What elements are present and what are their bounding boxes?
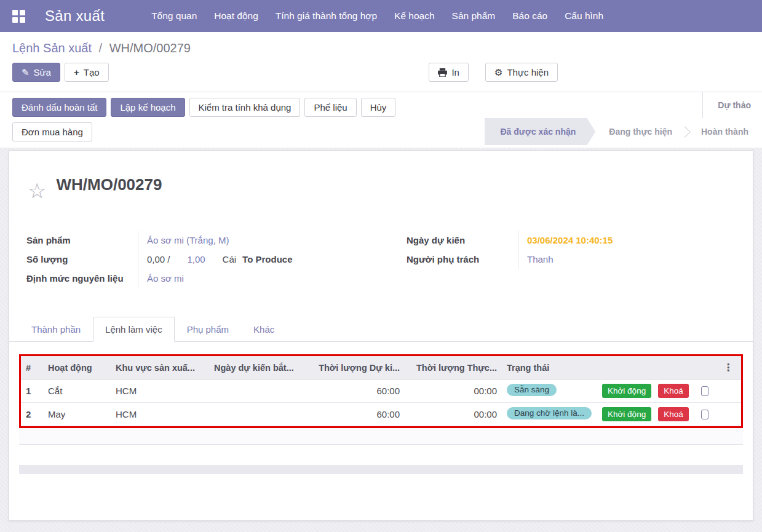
scrap-button[interactable]: Phế liệu (304, 98, 356, 117)
block-button[interactable]: Khoá (658, 407, 689, 421)
form-sheet: ☆ WH/MO/00279 Sản phẩm Áo sơ mi (Trắng, … (9, 150, 753, 521)
product-label: Sản phẩm (26, 231, 138, 250)
tablet-view-icon[interactable] (701, 410, 708, 419)
quantity-value: 0,00/1,00CáiTo Produce (138, 250, 376, 269)
record-title: WH/MO/00279 (56, 175, 162, 194)
row-expected-duration: 60:00 (308, 379, 405, 403)
field-quantity: Số lượng 0,00/1,00CáiTo Produce (26, 250, 376, 269)
field-groups: Sản phẩm Áo sơ mi (Trắng, M) Số lượng 0,… (9, 231, 753, 288)
pencil-icon: ✎ (22, 68, 30, 77)
quantity-to-produce-label: To Produce (242, 254, 292, 264)
printer-icon (438, 68, 447, 77)
control-panel-buttons: ✎ Sửa + Tạo In ⚙ Thực hiện (12, 63, 750, 82)
state-done[interactable]: Hoàn thành (688, 127, 762, 137)
action-menu-button[interactable]: ⚙ Thực hiện (485, 63, 558, 82)
row-real-duration: 00:00 (405, 379, 502, 403)
quantity-label: Số lượng (26, 250, 138, 269)
nav-item-configuration[interactable]: Cấu hình (556, 0, 612, 32)
status-badge: Đang chờ lệnh là... (507, 407, 592, 419)
state-in-progress[interactable]: Đang thực hiện (595, 127, 686, 137)
row-scheduled-start (209, 379, 308, 403)
col-header-operation: Hoạt động (43, 356, 111, 379)
nav-item-costing[interactable]: Tính giá thành tổng hợp (267, 0, 386, 32)
row-scheduled-start (209, 403, 308, 426)
top-navbar: Sản xuất Tổng quan Hoạt động Tính giá th… (0, 0, 762, 32)
bom-label: Định mức nguyên liệu (26, 269, 138, 288)
field-responsible: Người phụ trách Thanh (407, 250, 736, 269)
tab-byproducts[interactable]: Phụ phẩm (175, 317, 241, 342)
purchase-order-button[interactable]: Đơn mua hàng (12, 122, 92, 141)
tab-components[interactable]: Thành phần (19, 317, 93, 342)
cancel-button[interactable]: Hủy (361, 98, 396, 117)
create-button[interactable]: + Tạo (65, 63, 109, 82)
col-header-scheduled-start: Ngày dự kiến bắt... (209, 356, 308, 379)
product-value-link[interactable]: Áo sơ mi (Trắng, M) (147, 235, 229, 245)
col-header-index: # (21, 356, 43, 379)
mark-done-button[interactable]: Đánh dấu hoàn tất (12, 98, 106, 117)
row-operation: May (43, 403, 111, 426)
status-badge: Sẵn sàng (507, 384, 557, 396)
breadcrumb: Lệnh Sản xuất / WH/MO/00279 (12, 41, 750, 55)
star-icon[interactable]: ☆ (28, 180, 46, 201)
workorder-row[interactable]: 1 Cắt HCM 60:00 00:00 Sẵn sàng Khởi động… (21, 379, 741, 403)
table-header-row: # Hoạt động Khu vực sản xuấ... Ngày dự k… (21, 356, 741, 379)
block-button[interactable]: Khoá (658, 384, 689, 398)
workorder-row[interactable]: 2 May HCM 60:00 00:00 Đang chờ lệnh là..… (21, 403, 741, 426)
app-brand[interactable]: Sản xuất (45, 7, 105, 25)
tab-misc[interactable]: Khác (241, 317, 287, 342)
field-bom: Định mức nguyên liệu Áo sơ mi (26, 269, 376, 288)
row-operation: Cắt (43, 379, 111, 403)
nav-item-reporting[interactable]: Báo cáo (504, 0, 556, 32)
start-button[interactable]: Khởi động (602, 407, 651, 421)
field-scheduled-date: Ngày dự kiến 03/06/2024 10:40:15 (407, 231, 736, 250)
col-header-workcenter: Khu vực sản xuấ... (111, 356, 209, 379)
state-draft[interactable]: Dự thảo (702, 92, 762, 118)
edit-button[interactable]: ✎ Sửa (12, 63, 60, 82)
row-index: 2 (21, 403, 43, 426)
responsible-value-link[interactable]: Thanh (527, 254, 554, 264)
breadcrumb-parent-link[interactable]: Lệnh Sản xuất (12, 41, 92, 55)
state-confirmed[interactable]: Đã được xác nhận (485, 118, 596, 145)
statusbar: Đánh dấu hoàn tất Lập kế hoạch Kiểm tra … (0, 92, 762, 148)
row-real-duration: 00:00 (405, 403, 502, 426)
tablet-view-icon[interactable] (701, 386, 708, 396)
breadcrumb-current: WH/MO/00279 (109, 41, 191, 55)
plus-icon: + (74, 68, 79, 77)
tab-work-orders[interactable]: Lệnh làm việc (93, 317, 175, 342)
print-button[interactable]: In (429, 63, 469, 82)
statusbar-states: Đã được xác nhận Đang thực hiện Hoàn thà… (485, 118, 762, 145)
nav-item-products[interactable]: Sản phẩm (443, 0, 504, 32)
workorders-table-highlight: # Hoạt động Khu vực sản xuấ... Ngày dự k… (19, 354, 743, 428)
quantity-uom: Cái (223, 254, 237, 264)
quantity-produced: 0,00 (147, 254, 165, 264)
control-panel-right-buttons: In ⚙ Thực hiện (429, 63, 558, 82)
apps-grid-icon[interactable] (12, 10, 25, 23)
col-header-actions (597, 356, 715, 379)
scheduled-date-value: 03/06/2024 10:40:15 (527, 235, 613, 245)
row-workcenter: HCM (111, 379, 209, 403)
gear-icon: ⚙ (494, 68, 502, 77)
quantity-planned: 1,00 (187, 254, 205, 264)
control-panel: Lệnh Sản xuất / WH/MO/00279 ✎ Sửa + Tạo … (0, 32, 762, 92)
nav-item-planning[interactable]: Kế hoạch (386, 0, 443, 32)
notebook-tabs: Thành phần Lệnh làm việc Phụ phẩm Khác (9, 316, 753, 342)
quantity-separator: / (167, 254, 170, 264)
optional-columns-kebab-icon[interactable]: ⋮ (715, 356, 741, 379)
responsible-label: Người phụ trách (407, 250, 518, 269)
nav-item-operations[interactable]: Hoạt động (205, 0, 267, 32)
field-group-right: Ngày dự kiến 03/06/2024 10:40:15 Người p… (407, 231, 736, 288)
nav-item-overview[interactable]: Tổng quan (143, 0, 205, 32)
check-availability-button[interactable]: Kiểm tra tính khả dụng (189, 98, 301, 117)
bom-value-link[interactable]: Áo sơ mi (147, 273, 184, 284)
workorders-table: # Hoạt động Khu vực sản xuấ... Ngày dự k… (21, 356, 741, 426)
row-workcenter: HCM (111, 403, 209, 426)
empty-list-footer-row (19, 428, 743, 445)
start-button[interactable]: Khởi động (602, 384, 651, 398)
plan-button[interactable]: Lập kế hoạch (111, 98, 185, 117)
col-header-real-duration: Thời lượng Thực... (405, 356, 502, 379)
title-row: ☆ WH/MO/00279 (9, 151, 753, 201)
row-index: 1 (21, 379, 43, 403)
col-header-expected-duration: Thời lượng Dự ki... (308, 356, 405, 379)
field-group-left: Sản phẩm Áo sơ mi (Trắng, M) Số lượng 0,… (26, 231, 376, 288)
field-product: Sản phẩm Áo sơ mi (Trắng, M) (26, 231, 376, 250)
